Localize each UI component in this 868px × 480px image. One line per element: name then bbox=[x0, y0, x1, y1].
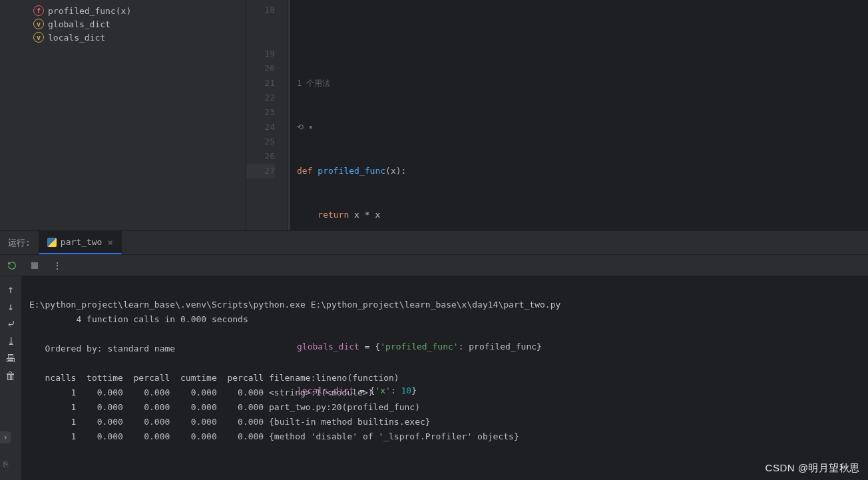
run-tab-file-label: part_two bbox=[61, 237, 103, 247]
gutter-hint-spacer bbox=[246, 17, 275, 32]
console-line: Ordered by: standard name bbox=[29, 344, 175, 354]
line-number: 19 bbox=[246, 47, 275, 61]
code-row bbox=[297, 427, 868, 442]
console-line: 4 function calls in 0.000 seconds bbox=[29, 314, 248, 324]
function-icon: f bbox=[33, 5, 44, 16]
variable-icon: v bbox=[33, 32, 44, 43]
collapsed-tool-notch[interactable]: › bbox=[0, 431, 11, 443]
code-row: def profiled_func(x): bbox=[297, 164, 868, 178]
python-icon bbox=[47, 238, 57, 247]
line-number: 24 bbox=[246, 120, 275, 134]
print-icon[interactable]: 🖶 bbox=[5, 352, 17, 364]
usage-hint[interactable]: 1 个用法 bbox=[297, 76, 868, 91]
watermark: CSDN @明月望秋思 bbox=[765, 462, 860, 475]
structure-item-locals-dict[interactable]: v locals_dict bbox=[15, 31, 246, 44]
structure-item-label: globals_dict bbox=[48, 19, 110, 29]
gutter-hint-spacer bbox=[246, 32, 275, 47]
app-root: f profiled_func(x) v globals_dict v loca… bbox=[0, 0, 868, 480]
more-button[interactable]: ⋮ bbox=[52, 260, 63, 271]
code-row: return x * x bbox=[297, 208, 868, 222]
code-area[interactable]: 1 个用法 ⟲ ▾ def profiled_func(x): return x… bbox=[288, 0, 868, 230]
inlay-icons[interactable]: ⟲ ▾ bbox=[297, 120, 868, 134]
svg-rect-0 bbox=[31, 262, 38, 269]
python-console-notch[interactable]: ⎘ bbox=[0, 458, 11, 470]
line-number: 23 bbox=[246, 105, 275, 120]
code-row bbox=[297, 296, 868, 310]
run-tab-label[interactable]: 运行: bbox=[0, 231, 39, 254]
variable-icon: v bbox=[33, 19, 44, 29]
code-row bbox=[297, 32, 868, 47]
run-sidebar: ↑ ↓ ⤶ ⤓ 🖶 🗑 bbox=[0, 276, 21, 480]
run-tab-file[interactable]: part_two × bbox=[39, 231, 122, 254]
line-gutter: 18 19 20 21 22 23 24 25 26 27 bbox=[246, 0, 288, 230]
down-arrow-icon[interactable]: ↓ bbox=[5, 300, 17, 312]
stop-button[interactable] bbox=[29, 260, 40, 271]
soft-wrap-icon[interactable]: ⤶ bbox=[5, 318, 17, 330]
line-number: 21 bbox=[246, 76, 275, 91]
structure-item-globals-dict[interactable]: v globals_dict bbox=[15, 17, 246, 31]
scroll-to-end-icon[interactable]: ⤓ bbox=[5, 335, 17, 347]
structure-item-label: profiled_func(x) bbox=[48, 6, 131, 16]
structure-item-profiled-func[interactable]: f profiled_func(x) bbox=[15, 4, 246, 17]
code-row: locals_dict = {'x': 10} bbox=[297, 383, 868, 398]
rerun-button[interactable] bbox=[7, 260, 17, 271]
top-panel: f profiled_func(x) v globals_dict v loca… bbox=[0, 0, 868, 230]
code-row bbox=[297, 252, 868, 266]
code-row: globals_dict = {'profiled_func': profile… bbox=[297, 340, 868, 354]
up-arrow-icon[interactable]: ↑ bbox=[5, 283, 17, 295]
close-icon[interactable]: × bbox=[107, 237, 112, 248]
line-number: 27 bbox=[246, 164, 275, 178]
line-number: 22 bbox=[246, 91, 275, 105]
line-number: 18 bbox=[246, 3, 275, 17]
line-number: 25 bbox=[246, 134, 275, 149]
structure-panel: f profiled_func(x) v globals_dict v loca… bbox=[0, 0, 246, 230]
line-number: 20 bbox=[246, 61, 275, 76]
structure-item-label: locals_dict bbox=[48, 33, 105, 43]
trash-icon[interactable]: 🗑 bbox=[5, 369, 17, 381]
editor-panel[interactable]: 18 19 20 21 22 23 24 25 26 27 1 个用法 ⟲ ▾ … bbox=[246, 0, 868, 230]
line-number: 26 bbox=[246, 149, 275, 164]
run-label: 运行: bbox=[8, 237, 31, 249]
